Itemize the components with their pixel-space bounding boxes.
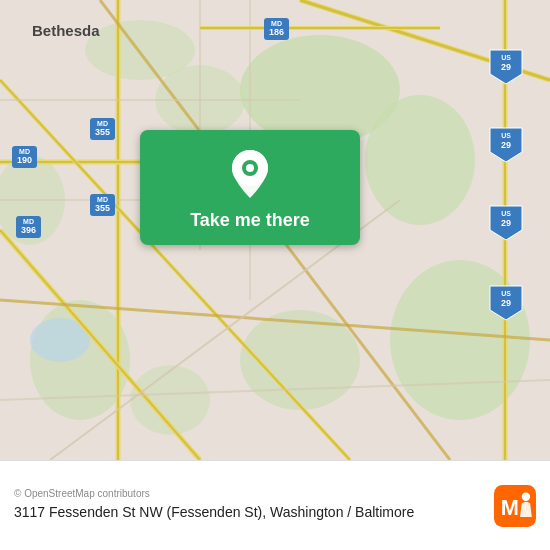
- svg-text:29: 29: [501, 298, 511, 308]
- moovit-logo-icon: M: [494, 485, 536, 527]
- svg-text:29: 29: [501, 62, 511, 72]
- md355-top-shield: MD 355: [90, 118, 115, 140]
- svg-text:US: US: [501, 54, 511, 61]
- svg-text:US: US: [501, 132, 511, 139]
- svg-point-8: [85, 20, 195, 80]
- svg-text:29: 29: [501, 218, 511, 228]
- us29-mid2-shield: US 29: [488, 204, 524, 246]
- take-me-there-button[interactable]: Take me there: [140, 130, 360, 245]
- us29-mid1-shield: US 29: [488, 126, 524, 168]
- map-container: MD 186 MD 355 MD 355 MD 190 MD 396 US 29…: [0, 0, 550, 460]
- svg-point-46: [522, 492, 530, 500]
- info-left: © OpenStreetMap contributors 3117 Fessen…: [14, 488, 484, 523]
- moovit-logo: M: [494, 485, 536, 527]
- svg-text:US: US: [501, 290, 511, 297]
- address-text: 3117 Fessenden St NW (Fessenden St), Was…: [14, 503, 484, 523]
- svg-point-43: [246, 164, 254, 172]
- svg-text:M: M: [501, 495, 519, 520]
- info-bar: © OpenStreetMap contributors 3117 Fessen…: [0, 460, 550, 550]
- svg-point-2: [365, 95, 475, 225]
- md190-shield: MD 190: [12, 146, 37, 168]
- us29-bot-shield: US 29: [488, 284, 524, 326]
- md396-shield: MD 396: [16, 216, 41, 238]
- attribution: © OpenStreetMap contributors: [14, 488, 484, 499]
- md355-mid-shield: MD 355: [90, 194, 115, 216]
- md186-shield: MD 186: [264, 18, 289, 40]
- svg-text:US: US: [501, 210, 511, 217]
- cta-button-label: Take me there: [190, 210, 310, 231]
- us29-top-shield: US 29: [488, 48, 524, 90]
- location-pin-icon: [228, 148, 272, 200]
- svg-text:29: 29: [501, 140, 511, 150]
- cta-button-container[interactable]: Take me there: [140, 130, 360, 245]
- city-label: Bethesda: [32, 22, 100, 39]
